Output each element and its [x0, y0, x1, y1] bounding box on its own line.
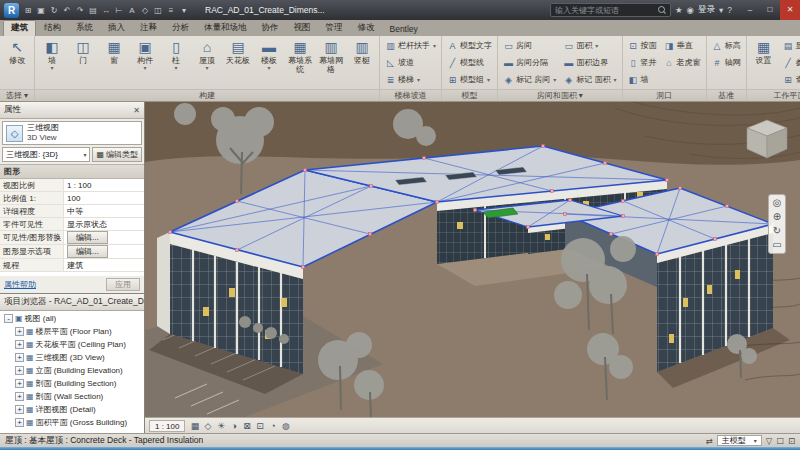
zoom-icon[interactable]: ⊕	[773, 212, 781, 222]
sun-path-icon[interactable]: ☀	[214, 421, 227, 431]
ribbon-button[interactable]: ▦ 窗	[99, 37, 129, 89]
ribbon-button[interactable]: ◈ 标记 房间	[500, 71, 559, 88]
filter-icon[interactable]: ▽	[766, 436, 773, 446]
ribbon-button[interactable]: ◺ 坡道	[382, 54, 439, 71]
rewind-icon[interactable]: ▭	[772, 240, 781, 250]
tree-expander-icon[interactable]: +	[15, 366, 24, 375]
ribbon-group-label[interactable]: 楼梯坡道	[380, 89, 441, 101]
ribbon-button[interactable]: ▣ 构件	[130, 37, 160, 89]
ribbon-group-label[interactable]: 基准	[707, 89, 746, 101]
tree-expander-icon[interactable]: +	[15, 379, 24, 388]
instance-selector[interactable]: 三维视图: {3D} ▾	[2, 147, 90, 162]
ribbon-tab[interactable]: 协作	[255, 21, 286, 36]
ribbon-button[interactable]: ▦ 设置	[749, 37, 779, 89]
thin-lines-icon[interactable]: ≡	[165, 6, 177, 15]
apply-button[interactable]: 应用	[106, 278, 140, 291]
help-icon[interactable]: ?	[727, 5, 732, 15]
ribbon-button[interactable]: ▥ 幕墙网格	[316, 37, 346, 89]
property-row[interactable]: 可见性/图形替换 编辑...	[0, 231, 144, 245]
ribbon-button[interactable]: ╱ 参照平面	[780, 54, 800, 71]
ribbon-button[interactable]: ⊞ 查看器	[780, 71, 800, 88]
undo-icon[interactable]: ↶	[61, 6, 73, 15]
ribbon-button[interactable]: ▬ 面积边界	[560, 54, 619, 71]
tree-item[interactable]: + ▦ 剖面 (Building Section)	[0, 377, 144, 390]
ribbon-tab[interactable]: 结构	[37, 21, 68, 36]
minimize-button[interactable]: –	[740, 0, 760, 20]
section-icon[interactable]: ◫	[152, 6, 164, 15]
property-value[interactable]: 中等	[67, 207, 83, 216]
search-icon[interactable]	[658, 6, 666, 14]
property-row[interactable]: 图形显示选项 编辑...	[0, 245, 144, 259]
measure-icon[interactable]: ↔	[100, 6, 112, 15]
tree-item[interactable]: + ▦ 三维视图 (3D View)	[0, 351, 144, 364]
app-menu-button[interactable]: R	[4, 3, 19, 18]
ribbon-tab[interactable]: 体量和场地	[197, 21, 254, 36]
shadows-icon[interactable]: ◑	[227, 421, 240, 431]
edit-type-button[interactable]: ▦ 编辑类型	[92, 147, 142, 162]
sign-in-label[interactable]: 登录	[698, 4, 715, 16]
ribbon-button[interactable]: ▬ 楼板	[254, 37, 284, 89]
visual-style-icon[interactable]: ◇	[201, 421, 214, 431]
property-value[interactable]: 100	[67, 194, 80, 203]
ribbon-group-label[interactable]: 工作平面	[747, 89, 800, 101]
ribbon-button[interactable]: ▭ 面积	[560, 37, 619, 54]
ribbon-tab[interactable]: 系统	[69, 21, 100, 36]
property-row[interactable]: 零件可见性 显示原状态	[0, 218, 144, 231]
ribbon-button[interactable]: ≣ 楼梯	[382, 71, 439, 88]
select-toggle-icon[interactable]: ☐	[776, 436, 784, 446]
worksets-icon[interactable]: ⇄	[706, 436, 713, 446]
maximize-button[interactable]: □	[760, 0, 780, 20]
tree-expander-icon[interactable]: -	[4, 314, 13, 323]
crop-view-icon[interactable]: ⊠	[240, 421, 253, 431]
redo-icon[interactable]: ↷	[74, 6, 86, 15]
ribbon-button[interactable]: ⌂ 屋顶	[192, 37, 222, 89]
search-input[interactable]	[555, 6, 655, 15]
ribbon-button[interactable]: ╱ 模型线	[444, 54, 495, 71]
ribbon-button[interactable]: ▤ 天花板	[223, 37, 253, 89]
ribbon-tab[interactable]: Bentley	[383, 23, 425, 36]
property-row[interactable]: 详细程度 中等	[0, 205, 144, 218]
ribbon-group-label[interactable]: 房间和面积 ▾	[498, 89, 622, 101]
project-browser-header[interactable]: 项目浏览器 - RAC_AD_01_Create_Dim... ✕	[0, 294, 144, 311]
property-value[interactable]: 编辑...	[67, 231, 108, 244]
ribbon-button[interactable]: ⊡ 按面	[625, 37, 660, 54]
ribbon-button[interactable]: ▤ 显示	[780, 37, 800, 54]
active-workset-select[interactable]: 主模型 ▾	[717, 435, 762, 446]
open-icon[interactable]: ⊞	[22, 6, 34, 15]
ribbon-tab[interactable]: 注释	[133, 21, 164, 36]
properties-help-link[interactable]: 属性帮助	[4, 279, 36, 290]
tree-item[interactable]: - ▣ 视图 (all)	[0, 312, 144, 325]
tree-item[interactable]: + ▦ 面积平面 (Gross Building)	[0, 416, 144, 429]
ribbon-group-label[interactable]: 洞口	[623, 89, 706, 101]
text-icon[interactable]: A	[126, 6, 138, 15]
tree-item[interactable]: + ▦ 立面 (Building Elevation)	[0, 364, 144, 377]
user-icon[interactable]: ◉	[687, 5, 694, 15]
property-value[interactable]: 1 : 100	[67, 181, 91, 190]
tree-expander-icon[interactable]: +	[15, 327, 24, 336]
view-scale-button[interactable]: 1 : 100	[149, 420, 185, 432]
properties-close-icon[interactable]: ✕	[133, 106, 140, 115]
save-icon[interactable]: ▣	[35, 6, 47, 15]
ribbon-button[interactable]: ↖ 修改	[2, 37, 32, 89]
press-drag-icon[interactable]: ⊡	[788, 436, 795, 446]
detail-level-icon[interactable]: ▦	[188, 421, 201, 431]
sign-in-caret-icon[interactable]: ▾	[719, 5, 723, 15]
type-selector[interactable]: ◇ 三维视图 3D View	[2, 121, 142, 145]
ribbon-button[interactable]: ▭ 房间	[500, 37, 559, 54]
tree-expander-icon[interactable]: +	[15, 353, 24, 362]
tree-item[interactable]: + ▦ 天花板平面 (Ceiling Plan)	[0, 338, 144, 351]
model-canvas[interactable]: ◎⊕↻▭	[145, 102, 800, 417]
tree-item[interactable]: + ▦ 详图视图 (Detail)	[0, 403, 144, 416]
ribbon-button[interactable]: ▥ 竖梃	[347, 37, 377, 89]
ribbon-button[interactable]: ◧ 墙	[625, 71, 660, 88]
ribbon-button[interactable]: ◈ 标记 面积	[560, 71, 619, 88]
close-button[interactable]: ✕	[780, 0, 800, 20]
tree-expander-icon[interactable]: +	[15, 405, 24, 414]
ribbon-button[interactable]: ▯ 柱	[161, 37, 191, 89]
ribbon-button[interactable]: # 轴网	[709, 54, 744, 71]
property-row[interactable]: 比例值 1: 100	[0, 192, 144, 205]
ribbon-button[interactable]: ▦ 幕墙系统	[285, 37, 315, 89]
orbit-icon[interactable]: ↻	[773, 226, 781, 236]
ribbon-button[interactable]: ⌂ 老虎窗	[661, 54, 704, 71]
tree-expander-icon[interactable]: +	[15, 418, 24, 427]
